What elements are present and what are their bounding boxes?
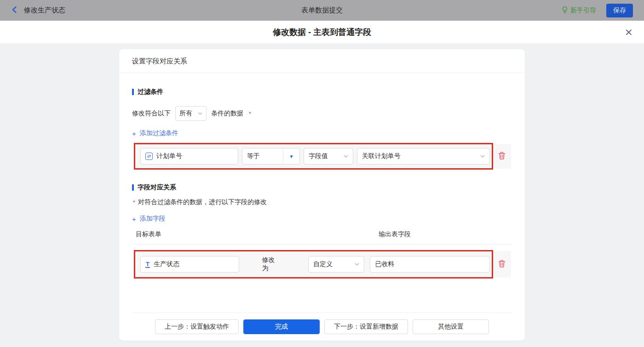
filter-field-value: 计划单号 (156, 152, 182, 160)
back-button[interactable]: 修改生产状态 (11, 6, 65, 15)
modify-to-label: 修改为 (262, 256, 281, 273)
chevron-down-icon (198, 110, 202, 117)
mapping-field-value: 生产状态 (154, 260, 179, 268)
settings-card: 设置字段对应关系 过滤条件 修改符合以下 所有 条件的数据 * + (119, 49, 525, 341)
mapping-field-select[interactable]: T 生产状态 (140, 256, 239, 273)
other-settings-button[interactable]: 其他设置 (413, 319, 489, 334)
match-prefix: 修改符合以下 (132, 109, 171, 118)
add-field-label: 添加字段 (140, 215, 166, 223)
save-button[interactable]: 保存 (606, 4, 633, 17)
value-type-select[interactable]: 字段值 (304, 148, 353, 165)
filter-condition-row: ⇄ 计划单号 等于 ▼ 字段值 关联计划单号 (135, 144, 511, 169)
chevron-down-icon (480, 153, 485, 160)
prev-step-button[interactable]: 上一步：设置触发动作 (155, 319, 239, 334)
trash-icon (498, 260, 506, 269)
add-filter-label: 添加过滤条件 (140, 129, 178, 137)
top-bar: 修改生产状态 表单数据提交 新手引导 保存 (0, 0, 644, 21)
done-button[interactable]: 完成 (243, 319, 320, 334)
guide-label: 新手引导 (570, 6, 596, 15)
dialog-header: 修改数据 - 主表到普通字段 × (0, 21, 644, 44)
filter-section-title: 过滤条件 (132, 88, 512, 96)
match-scope-select[interactable]: 所有 (175, 106, 207, 121)
match-condition-line: 修改符合以下 所有 条件的数据 * (132, 106, 512, 121)
back-chevron-icon (11, 6, 17, 15)
autonumber-icon: ⇄ (145, 153, 153, 160)
filter-field-select[interactable]: ⇄ 计划单号 (140, 148, 238, 165)
value-mode-select[interactable]: 自定义 (308, 256, 364, 273)
guide-button[interactable]: 新手引导 (562, 6, 596, 15)
dialog-body: 设置字段对应关系 过滤条件 修改符合以下 所有 条件的数据 * + (0, 44, 644, 341)
plus-icon: + (132, 130, 136, 137)
mapping-section-label: 字段对应关系 (138, 183, 176, 192)
value-mode-value: 自定义 (313, 260, 333, 268)
filter-section-label: 过滤条件 (138, 88, 163, 96)
close-icon[interactable]: × (625, 27, 633, 37)
lightbulb-icon (562, 6, 568, 15)
value-type-value: 字段值 (309, 152, 328, 160)
chevron-down-icon (344, 153, 348, 160)
next-step-button[interactable]: 下一步：设置新增数据 (324, 319, 408, 334)
card-footer: 上一步：设置触发动作 完成 下一步：设置新增数据 其他设置 (132, 313, 512, 341)
required-asterisk: * (249, 110, 251, 117)
mapping-hint: 对符合过滤条件的数据，进行以下字段的修改 (138, 198, 267, 206)
delete-field-button[interactable] (498, 260, 506, 269)
operator-value: 等于 (242, 148, 283, 164)
required-asterisk: * (133, 199, 135, 206)
field-mapping-row: T 生产状态 修改为 自定义 (135, 251, 511, 278)
text-field-icon: T (145, 261, 150, 268)
custom-value-input[interactable] (370, 256, 490, 273)
section-bar (132, 184, 134, 191)
output-field-header: 输出表字段 (379, 230, 411, 239)
page-title: 表单数据提交 (301, 6, 343, 15)
match-suffix: 条件的数据 (211, 109, 243, 118)
trash-icon (498, 152, 506, 161)
target-form-header: 目标表单 (136, 230, 379, 239)
add-field-button[interactable]: + 添加字段 (132, 215, 166, 223)
operator-select[interactable]: 等于 ▼ (242, 148, 300, 165)
card-header: 设置字段对应关系 (119, 49, 525, 73)
chevron-down-icon (355, 261, 359, 268)
compare-value-select[interactable]: 关联计划单号 (357, 148, 490, 165)
delete-filter-button[interactable] (498, 152, 506, 161)
section-bar (132, 89, 134, 95)
match-scope-value: 所有 (179, 109, 192, 118)
mapping-hint-line: * 对符合过滤条件的数据，进行以下字段的修改 (132, 198, 512, 206)
caret-down-icon: ▼ (283, 148, 299, 164)
add-filter-button[interactable]: + 添加过滤条件 (132, 129, 178, 137)
plus-icon: + (132, 215, 136, 223)
back-label: 修改生产状态 (24, 6, 65, 15)
mapping-column-headers: 目标表单 输出表字段 (132, 230, 512, 245)
compare-value: 关联计划单号 (362, 152, 401, 160)
dialog-title: 修改数据 - 主表到普通字段 (273, 27, 371, 38)
mapping-section-title: 字段对应关系 (132, 183, 512, 192)
